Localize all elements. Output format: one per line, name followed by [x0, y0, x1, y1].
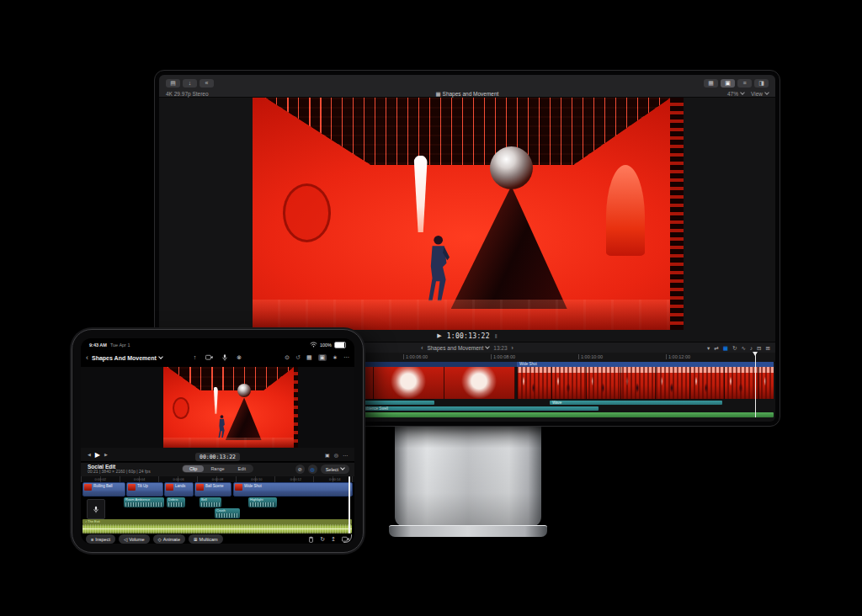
loop-playback-icon[interactable]: ↻ [732, 345, 737, 352]
camera-icon[interactable] [205, 354, 213, 361]
mac-viewer [159, 98, 775, 330]
audio-clip[interactable]: Highlight [248, 497, 277, 507]
scene-arch-window [274, 390, 285, 422]
download-icon[interactable]: ↓ [183, 79, 197, 88]
clip-disable-icon[interactable]: ⊘ [295, 465, 305, 474]
record-stop-icon[interactable]: ⊗ [237, 354, 242, 361]
scene-arch-window [606, 165, 645, 256]
inspect-button[interactable]: ≡ Inspect [86, 534, 115, 544]
playhead-timecode: 1:00:13:22 [447, 332, 490, 340]
project-icon: ▦ [436, 91, 441, 97]
audio-meters-icon[interactable]: ‖ [495, 333, 498, 339]
video-clip[interactable]: Ball Scene [194, 482, 231, 497]
scene-ceiling-lights [168, 367, 294, 390]
ruler-tick: 0:00:06 [173, 477, 184, 481]
scene-dancer [216, 415, 226, 438]
render-icon[interactable]: ↻ [320, 536, 325, 543]
scene-dancer [423, 235, 453, 302]
resize-corner-handle[interactable] [343, 534, 352, 543]
inspector-icon[interactable]: ◨ [754, 79, 769, 88]
ruler-tick: 0:00:10 [251, 477, 262, 481]
marketing-scene: ▤ ↓ « ▦ ▣ ≡ ◨ 4K 29.97p Stereo ▦ Shapes … [0, 0, 862, 616]
ruler-tick: 0:00:02 [95, 477, 106, 481]
connect-edit-icon[interactable]: ▦ [723, 345, 728, 352]
video-clip[interactable]: Rolling Ball [82, 482, 125, 497]
select-button[interactable]: Select [321, 465, 349, 474]
status-time: 9:43 AM [89, 343, 107, 348]
clip-appearance-icon[interactable]: ⊞ [766, 345, 770, 352]
play-button[interactable]: ▶ [437, 332, 441, 339]
more-icon[interactable]: ⋯ [343, 452, 348, 458]
ruler-tick: 1:00:12:00 [666, 354, 690, 359]
ipad-timecode: 00:00:13:22 [81, 447, 354, 462]
ipad-fcp-screen: 9:43 AM Tue Apr 1 100% ‹ Shapes And Move… [81, 338, 354, 544]
audio-skimming-icon[interactable]: ♪ [750, 345, 753, 351]
status-date: Tue Apr 1 [110, 343, 130, 348]
project-title: ▦ Shapes and Movement [159, 91, 775, 98]
scene-porthole [173, 397, 189, 419]
audio-clip[interactable]: Room Ambience [124, 497, 164, 507]
snapping-icon[interactable]: ⊟ [757, 345, 761, 352]
video-clip[interactable]: Wide Shot [233, 482, 353, 497]
battery-icon [334, 342, 346, 348]
ipad-nav-bar: ‹ Shapes And Movement ↑ ⊗ ⊙ ↺ [86, 349, 349, 366]
trash-icon[interactable] [308, 536, 314, 543]
audio-clip[interactable]: Bell [200, 497, 221, 507]
import-media-icon[interactable]: ▤ [166, 79, 180, 88]
viewer-video-frame [253, 98, 684, 330]
timeline-forward-icon[interactable]: › [512, 345, 513, 351]
ipad-timeline-ruler[interactable]: 0:00:02 0:00:04 0:00:06 0:00:08 0:00:10 … [81, 476, 354, 482]
keyframe-icon: ◇ [158, 537, 162, 542]
mode-clip[interactable]: Clip [183, 465, 204, 472]
export-icon[interactable]: ↥ [331, 536, 336, 543]
mic-icon[interactable] [222, 354, 227, 361]
jog-wheel-icon[interactable]: ◎ [308, 465, 317, 474]
audio-clip[interactable]: Debris [167, 497, 185, 507]
collapse-browser-icon[interactable]: « [200, 79, 214, 88]
pip-icon[interactable]: ▣ [325, 452, 330, 458]
voiceover-clip[interactable] [87, 499, 105, 519]
audio-component-wave[interactable]: Wave [550, 401, 722, 405]
tool-menu-icon[interactable]: ▾ [707, 345, 710, 352]
clip-thumbnail [84, 484, 92, 491]
display-stand-foot [389, 525, 547, 537]
clip-wide-shot[interactable] [517, 367, 774, 399]
share-icon[interactable]: ↑ [194, 354, 197, 361]
scene-light-slot [410, 156, 432, 232]
timeline-name-menu[interactable]: Shapes and Movement [427, 345, 489, 351]
music-waveform[interactable] [82, 524, 352, 534]
timeline-playhead[interactable] [755, 353, 756, 417]
mode-range[interactable]: Range [204, 465, 231, 472]
ipad-status-bar: 9:43 AM Tue Apr 1 100% [89, 340, 346, 349]
scene-ceiling-lights [265, 98, 670, 165]
ipad: 9:43 AM Tue Apr 1 100% ‹ Shapes And Move… [72, 329, 364, 553]
ipad-timeline-header: Social Edit 00:21 | 3840 × 2160 | 60p | … [81, 462, 354, 477]
mode-edit[interactable]: Edit [231, 465, 253, 472]
ipad-playhead[interactable] [349, 476, 350, 534]
clip-thumbnail [235, 484, 242, 491]
multicam-button[interactable]: ⊞ Multicam [189, 534, 223, 544]
timeline-view-icon[interactable]: ▣ [721, 79, 735, 88]
ipad-primary-storyline: Rolling Ball Tilt Up Lands Ball Scene Wi… [81, 482, 354, 497]
scene-floor [253, 300, 684, 330]
scene-pyramid [451, 186, 567, 309]
trim-icon[interactable]: ⇄ [714, 345, 718, 352]
ipad-bottom-toolbar: ≡ Inspect ◁ Volume ◇ Animate ⊞ Multicam [86, 534, 349, 544]
index-icon[interactable]: ≡ [737, 79, 752, 88]
video-clip[interactable]: Lands [164, 482, 194, 497]
volume-button[interactable]: ◁ Volume [119, 534, 150, 544]
animate-button[interactable]: ◇ Animate [153, 534, 185, 544]
scene-light-slot [212, 387, 219, 414]
ipad-connected-clips: Room Ambience Debris Bell Crash Highligh… [81, 497, 354, 519]
ruler-tick: 0:00:04 [134, 477, 145, 481]
timeline-back-icon[interactable]: ‹ [421, 345, 423, 351]
browser-icon[interactable]: ▦ [704, 79, 718, 88]
ruler-tick: 0:00:08 [212, 477, 223, 481]
battery-percent: 100% [320, 343, 332, 348]
loupe-icon[interactable]: ◎ [334, 452, 338, 458]
skimming-icon[interactable]: ∿ [741, 345, 745, 352]
audio-clip[interactable]: Crash [215, 508, 240, 518]
video-clip[interactable]: Tilt Up [126, 482, 163, 497]
scene-sphere [490, 146, 533, 189]
wifi-icon [310, 342, 317, 348]
